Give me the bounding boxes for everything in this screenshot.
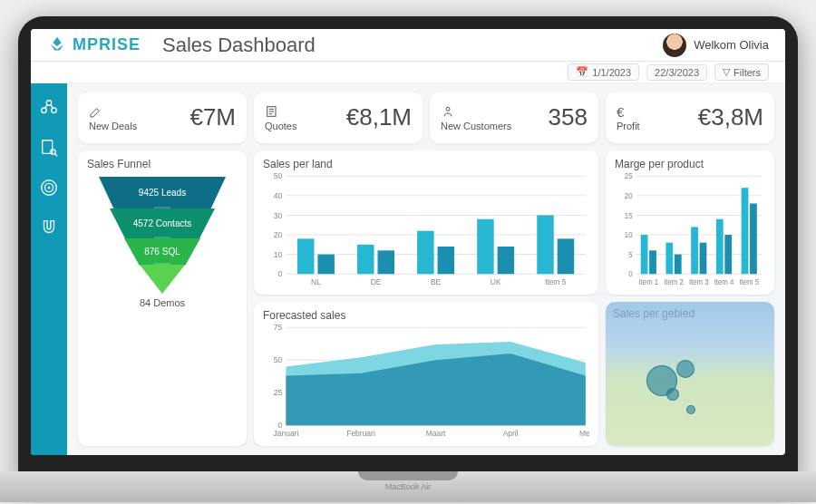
avatar bbox=[663, 34, 686, 57]
svg-text:0: 0 bbox=[628, 270, 633, 278]
svg-rect-49 bbox=[641, 235, 648, 274]
funnel-card: Sales Funnel 9425 Leads 33% 4572 Contact… bbox=[78, 150, 247, 446]
svg-point-7 bbox=[48, 187, 51, 189]
date-to[interactable]: 22/3/2023 bbox=[646, 64, 707, 81]
svg-text:Item 2: Item 2 bbox=[664, 278, 684, 286]
funnel-icon: ▽ bbox=[723, 66, 730, 78]
svg-rect-62 bbox=[750, 203, 757, 274]
user-greeting: Welkom Olivia bbox=[694, 38, 769, 52]
kpi-new-customers[interactable]: New Customers 358 bbox=[430, 92, 598, 143]
sidebar bbox=[31, 83, 67, 455]
svg-text:DE: DE bbox=[371, 277, 382, 286]
forecasted-sales-card: Forecasted sales 0255075JanuariFebruariM… bbox=[254, 302, 598, 446]
sales-per-land-chart: 01020304050NLDEBEUKItem 5 bbox=[263, 172, 589, 287]
user-chip[interactable]: Welkom Olivia bbox=[663, 34, 769, 57]
date-from[interactable]: 📅 1/1/2023 bbox=[568, 63, 639, 81]
svg-rect-28 bbox=[417, 231, 433, 275]
svg-point-9 bbox=[446, 107, 450, 111]
svg-text:NL: NL bbox=[311, 277, 321, 286]
svg-rect-26 bbox=[377, 250, 393, 274]
svg-rect-34 bbox=[537, 215, 553, 274]
svg-text:0: 0 bbox=[277, 269, 282, 278]
map[interactable]: Sales per gebied bbox=[606, 302, 774, 446]
svg-rect-53 bbox=[675, 255, 682, 275]
svg-rect-35 bbox=[558, 238, 574, 274]
svg-text:10: 10 bbox=[274, 250, 283, 259]
svg-rect-32 bbox=[498, 247, 514, 274]
svg-text:Item 1: Item 1 bbox=[638, 278, 658, 286]
calendar-icon: 📅 bbox=[576, 66, 588, 78]
svg-text:25: 25 bbox=[274, 388, 283, 397]
svg-rect-22 bbox=[297, 238, 314, 274]
topbar: MPRISE Sales Dashboard Welkom Olivia bbox=[31, 29, 785, 62]
funnel-demos-label: 84 Demos bbox=[140, 297, 185, 308]
people-icon[interactable] bbox=[39, 98, 59, 118]
svg-text:20: 20 bbox=[625, 192, 633, 200]
list-icon bbox=[265, 104, 279, 119]
svg-text:5: 5 bbox=[628, 250, 633, 258]
svg-rect-50 bbox=[649, 250, 656, 274]
filters-button[interactable]: ▽ Filters bbox=[714, 63, 769, 81]
report-search-icon[interactable] bbox=[39, 138, 59, 158]
svg-rect-61 bbox=[742, 188, 749, 274]
marge-per-product-card: Marge per product 0510152025Item 1Item 2… bbox=[606, 150, 774, 295]
svg-text:April: April bbox=[503, 429, 519, 438]
filter-bar: 📅 1/1/2023 22/3/2023 ▽ Filters bbox=[31, 62, 785, 83]
svg-text:20: 20 bbox=[274, 230, 283, 239]
laptop-frame: MPRISE Sales Dashboard Welkom Olivia 📅 1… bbox=[18, 16, 798, 488]
sales-per-land-card: Sales per land 01020304050NLDEBEUKItem 5 bbox=[254, 150, 598, 295]
svg-text:10: 10 bbox=[625, 231, 633, 239]
svg-text:15: 15 bbox=[625, 211, 633, 219]
svg-text:Item 5: Item 5 bbox=[545, 277, 567, 286]
svg-text:UK: UK bbox=[491, 277, 501, 286]
body: New Deals €7M Quotes €8,1M New Customers… bbox=[31, 83, 785, 455]
svg-text:Mei: Mei bbox=[579, 429, 589, 438]
forecasted-sales-chart: 0255075JanuariFebruariMaartAprilMei bbox=[263, 324, 589, 439]
svg-rect-29 bbox=[438, 247, 454, 274]
svg-text:Februari: Februari bbox=[346, 429, 375, 438]
svg-point-1 bbox=[42, 108, 47, 113]
svg-text:Januari: Januari bbox=[274, 429, 299, 438]
kpi-profit[interactable]: €Profit €3,8M bbox=[606, 92, 774, 143]
funnel-title: Sales Funnel bbox=[87, 158, 238, 170]
svg-rect-55 bbox=[691, 227, 698, 274]
svg-rect-52 bbox=[665, 243, 673, 275]
svg-text:50: 50 bbox=[274, 172, 283, 180]
pen-icon bbox=[89, 104, 103, 119]
svg-rect-25 bbox=[357, 245, 374, 274]
laptop-base: MacBook Air bbox=[0, 471, 816, 502]
brand-name: MPRISE bbox=[73, 35, 141, 54]
euro-icon: € bbox=[617, 104, 631, 119]
kpi-quotes[interactable]: Quotes €8,1M bbox=[254, 92, 423, 143]
main-grid: New Deals €7M Quotes €8,1M New Customers… bbox=[67, 83, 785, 455]
svg-rect-58 bbox=[716, 219, 724, 274]
magnet-icon[interactable] bbox=[39, 218, 59, 237]
target-icon[interactable] bbox=[39, 178, 59, 198]
svg-rect-31 bbox=[477, 219, 493, 274]
svg-text:Item 3: Item 3 bbox=[689, 278, 709, 286]
svg-text:50: 50 bbox=[274, 355, 283, 364]
screen: MPRISE Sales Dashboard Welkom Olivia 📅 1… bbox=[31, 29, 785, 455]
svg-text:BE: BE bbox=[431, 277, 442, 286]
svg-text:Item 4: Item 4 bbox=[714, 278, 734, 286]
svg-rect-23 bbox=[317, 255, 334, 275]
svg-text:25: 25 bbox=[625, 172, 633, 180]
marge-per-product-chart: 0510152025Item 1Item 2Item 3Item 4Item 5 bbox=[615, 172, 765, 287]
sales-per-gebied-card: Sales per gebied bbox=[606, 302, 774, 446]
brand-logo[interactable]: MPRISE bbox=[47, 35, 141, 55]
svg-rect-59 bbox=[724, 235, 732, 274]
user-target-icon bbox=[441, 104, 455, 119]
svg-text:75: 75 bbox=[274, 324, 283, 332]
svg-text:30: 30 bbox=[274, 211, 283, 220]
svg-point-2 bbox=[52, 108, 57, 113]
svg-text:40: 40 bbox=[274, 191, 283, 200]
page-title: Sales Dashboard bbox=[162, 34, 316, 57]
svg-text:Item 5: Item 5 bbox=[739, 278, 759, 286]
svg-text:Maart: Maart bbox=[426, 429, 446, 438]
svg-rect-56 bbox=[700, 243, 707, 275]
kpi-new-deals[interactable]: New Deals €7M bbox=[78, 92, 247, 143]
